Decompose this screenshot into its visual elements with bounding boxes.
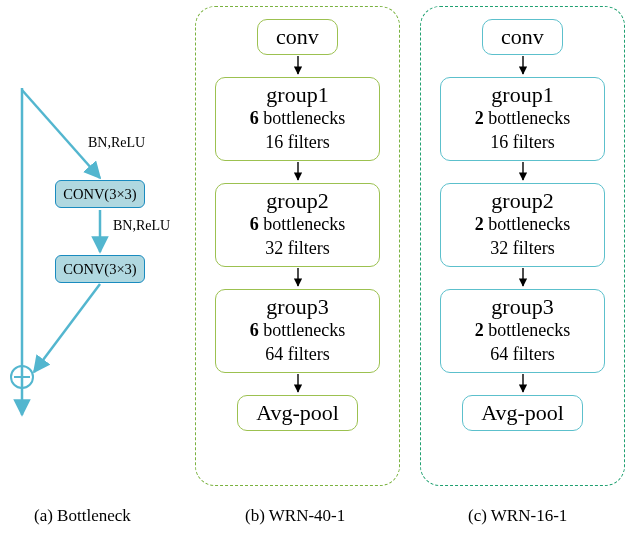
group1-box: group1 6 bottlenecks 16 filters [215,77,380,161]
avgpool-node: Avg-pool [462,395,583,431]
arrow [515,55,531,77]
group3-filters: 64 filters [216,343,379,366]
group1-bottlenecks: 6 bottlenecks [216,107,379,130]
group1-filters: 16 filters [216,131,379,154]
svg-line-3 [34,284,100,372]
avgpool-label: Avg-pool [481,400,564,425]
arrow [515,267,531,289]
group1-box: group1 2 bottlenecks 16 filters [440,77,605,161]
group3-bottlenecks: 2 bottlenecks [441,319,604,342]
caption-b: (b) WRN-40-1 [245,506,345,526]
group2-bottlenecks: 2 bottlenecks [441,213,604,236]
conv-label: conv [276,24,319,49]
group3-title: group3 [216,294,379,319]
group2-bottlenecks: 6 bottlenecks [216,213,379,236]
conv3x3-label-2: CONV(3×3) [63,261,136,278]
svg-line-1 [22,90,100,178]
group2-title: group2 [216,188,379,213]
conv-node: conv [482,19,563,55]
group3-box: group3 2 bottlenecks 64 filters [440,289,605,373]
group2-box: group2 6 bottlenecks 32 filters [215,183,380,267]
group1-bottlenecks: 2 bottlenecks [441,107,604,130]
conv-label: conv [501,24,544,49]
avgpool-label: Avg-pool [256,400,339,425]
group3-bottlenecks: 6 bottlenecks [216,319,379,342]
arrow [290,373,306,395]
avgpool-node: Avg-pool [237,395,358,431]
group1-title: group1 [441,82,604,107]
group2-filters: 32 filters [441,237,604,260]
caption-a: (a) Bottleneck [34,506,131,526]
conv3x3-box-2: CONV(3×3) [55,255,145,283]
conv3x3-box-1: CONV(3×3) [55,180,145,208]
arrow [290,267,306,289]
arrow [515,373,531,395]
wrn16-1-panel: conv group1 2 bottlenecks 16 filters gro… [420,6,625,486]
arrow [515,161,531,183]
caption-c: (c) WRN-16-1 [468,506,567,526]
group2-title: group2 [441,188,604,213]
group2-box: group2 2 bottlenecks 32 filters [440,183,605,267]
group3-title: group3 [441,294,604,319]
arrow [290,55,306,77]
conv-node: conv [257,19,338,55]
group1-title: group1 [216,82,379,107]
arrow [290,161,306,183]
wrn40-1-panel: conv group1 6 bottlenecks 16 filters gro… [195,6,400,486]
group3-filters: 64 filters [441,343,604,366]
group1-filters: 16 filters [441,131,604,154]
bn-relu-label-1: BN,ReLU [88,135,145,151]
conv3x3-label-1: CONV(3×3) [63,186,136,203]
bottleneck-diagram: CONV(3×3) CONV(3×3) BN,ReLU BN,ReLU [0,80,185,430]
group3-box: group3 6 bottlenecks 64 filters [215,289,380,373]
group2-filters: 32 filters [216,237,379,260]
bn-relu-label-2: BN,ReLU [113,218,170,234]
